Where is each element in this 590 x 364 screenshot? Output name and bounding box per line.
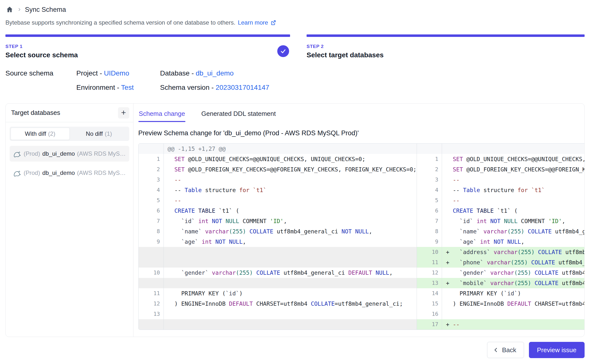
- preview-issue-button[interactable]: Preview issue: [529, 342, 585, 358]
- diff-row: 8 `name` varchar(255) COLLATE utf8mb4_ge…: [139, 226, 417, 237]
- diff-row: 5 --: [139, 195, 417, 206]
- line-number: 9: [417, 237, 442, 247]
- home-icon[interactable]: [5, 5, 14, 14]
- line-number: 4: [417, 185, 442, 195]
- line-number: 11: [139, 288, 164, 299]
- code-line: [164, 309, 417, 319]
- step-2: STEP 2 Select target databases: [307, 34, 585, 59]
- code-line: SET @OLD_FOREIGN_KEY_CHECKS=@@FOREIGN_KE…: [442, 164, 585, 175]
- code-line: PRIMARY KEY (`id`): [442, 288, 585, 299]
- code-line: `id` int NOT NULL COMMENT 'ID',: [442, 216, 585, 226]
- source-environment: Environment - Test: [76, 84, 160, 91]
- environment-link[interactable]: Test: [121, 84, 134, 91]
- line-number: [139, 247, 164, 257]
- tab-schema-change[interactable]: Schema change: [138, 107, 186, 122]
- line-number: 11: [417, 257, 442, 268]
- step-1: STEP 1 Select source schema: [5, 34, 290, 59]
- step-2-label: STEP 2: [307, 44, 585, 49]
- diff-row: 5 --: [417, 195, 585, 206]
- step-complete-badge: [277, 45, 289, 57]
- code-line: [164, 319, 417, 330]
- step-1-progress-bar: [5, 34, 290, 37]
- line-number: 13: [139, 309, 164, 319]
- target-databases-panel: Target databases + With diff(2) No diff(…: [6, 104, 133, 337]
- code-line: [164, 247, 417, 257]
- line-number: 3: [417, 175, 442, 185]
- target-database-list: (Prod) db_ui_demo (AWS RDS MyS… (Prod) d…: [10, 146, 129, 181]
- diff-row: 3 --: [417, 175, 585, 185]
- database-link[interactable]: db_ui_demo: [196, 69, 234, 77]
- page-title: Sync Schema: [25, 6, 66, 14]
- diff-row: 4 -- Table structure for `t1`: [417, 185, 585, 195]
- diff-row-added: 17+ --: [417, 319, 585, 330]
- tab-generated-ddl[interactable]: Generated DDL statement: [201, 107, 276, 122]
- diff-row: 15 ) ENGINE=InnoDB DEFAULT CHARSET=utf8m…: [417, 299, 585, 309]
- code-line: -- Table structure for `t1`: [164, 185, 417, 195]
- code-line: @@ -1,15 +1,27 @@: [164, 144, 417, 154]
- line-number: [139, 257, 164, 268]
- diff-row: 3 --: [139, 175, 417, 185]
- line-number: 4: [139, 185, 164, 195]
- line-number: 12: [139, 299, 164, 309]
- code-line: `id` int NOT NULL COMMENT 'ID',: [164, 216, 417, 226]
- line-number: 9: [139, 237, 164, 247]
- code-line: --: [442, 195, 585, 206]
- line-number: [139, 144, 164, 154]
- database-list-item[interactable]: (Prod) db_ui_demo (AWS RDS MyS…: [10, 146, 129, 162]
- line-number: 16: [417, 309, 442, 319]
- code-line: PRIMARY KEY (`id`): [164, 288, 417, 299]
- line-number: 2: [139, 164, 164, 175]
- target-databases-title: Target databases: [11, 109, 60, 117]
- external-link-icon: [270, 19, 277, 26]
- tab-no-diff[interactable]: No diff(1): [70, 128, 128, 140]
- diff-row: 9 `age` int NOT NULL,: [139, 237, 417, 247]
- learn-more-link[interactable]: Learn more: [238, 19, 277, 26]
- line-number: 12: [417, 268, 442, 278]
- tab-with-diff[interactable]: With diff(2): [11, 128, 70, 140]
- breadcrumb-separator-icon: ›: [18, 6, 20, 13]
- diff-pane-source: @@ -1,15 +1,27 @@1 SET @OLD_UNIQUE_CHECK…: [139, 144, 417, 330]
- code-line: ) ENGINE=InnoDB DEFAULT CHARSET=utf8mb4 …: [164, 299, 417, 309]
- diff-row: 9 `age` int NOT NULL,: [417, 237, 585, 247]
- add-target-database-button[interactable]: +: [118, 107, 129, 119]
- line-number: 5: [417, 195, 442, 206]
- line-number: 13: [417, 278, 442, 288]
- sync-main-card: Target databases + With diff(2) No diff(…: [5, 103, 585, 337]
- diff-row: 7 `id` int NOT NULL COMMENT 'ID',: [139, 216, 417, 226]
- target-databases-body: With diff(2) No diff(1) (Prod) db_ui_dem…: [6, 122, 133, 185]
- line-number: 2: [417, 164, 442, 175]
- preview-title: Preview Schema change for 'db_ui_demo (P…: [138, 129, 585, 137]
- line-number: 17: [417, 319, 442, 330]
- back-button[interactable]: Back: [487, 342, 524, 358]
- mysql-icon: [13, 169, 21, 177]
- diff-row: 7 `id` int NOT NULL COMMENT 'ID',: [417, 216, 585, 226]
- line-number: 3: [139, 175, 164, 185]
- line-number: 1: [139, 154, 164, 164]
- diff-filter-tabs: With diff(2) No diff(1): [10, 127, 129, 141]
- code-line: SET @OLD_UNIQUE_CHECKS=@@UNIQUE_CHECKS, …: [442, 154, 585, 164]
- line-number: 5: [139, 195, 164, 206]
- line-number: 7: [417, 216, 442, 226]
- code-line: ) ENGINE=InnoDB DEFAULT CHARSET=utf8mb4 …: [442, 299, 585, 309]
- code-line: `gender` varchar(255) COLLATE utf8mb4_ge…: [442, 268, 585, 278]
- diff-row: 4 -- Table structure for `t1`: [139, 185, 417, 195]
- code-line: + `phone` varchar(255) COLLATE utf8mb4_g…: [442, 257, 585, 268]
- code-line: SET @OLD_UNIQUE_CHECKS=@@UNIQUE_CHECKS, …: [164, 154, 417, 164]
- schema-version-link[interactable]: 20230317014147: [216, 84, 269, 91]
- diff-row: 16: [417, 309, 585, 319]
- code-line: `age` int NOT NULL,: [442, 237, 585, 247]
- database-list-item[interactable]: (Prod) db_ui_demo (AWS RDS MyS…: [10, 165, 129, 181]
- diff-row-filler: [139, 319, 417, 330]
- diff-row: 1 SET @OLD_UNIQUE_CHECKS=@@UNIQUE_CHECKS…: [417, 154, 585, 164]
- step-1-title: Select source schema: [5, 51, 290, 59]
- diff-row-filler: [139, 247, 417, 257]
- source-project: Project - UIDemo: [76, 69, 160, 77]
- diff-row: 11 PRIMARY KEY (`id`): [139, 288, 417, 299]
- source-schema-summary: Source schema Project - UIDemo Database …: [5, 69, 585, 91]
- code-line: CREATE TABLE `t1` (: [442, 206, 585, 216]
- line-number: 15: [417, 299, 442, 309]
- project-link[interactable]: UIDemo: [104, 69, 129, 77]
- line-number: 10: [139, 268, 164, 278]
- line-number: 8: [139, 226, 164, 237]
- code-line: --: [442, 175, 585, 185]
